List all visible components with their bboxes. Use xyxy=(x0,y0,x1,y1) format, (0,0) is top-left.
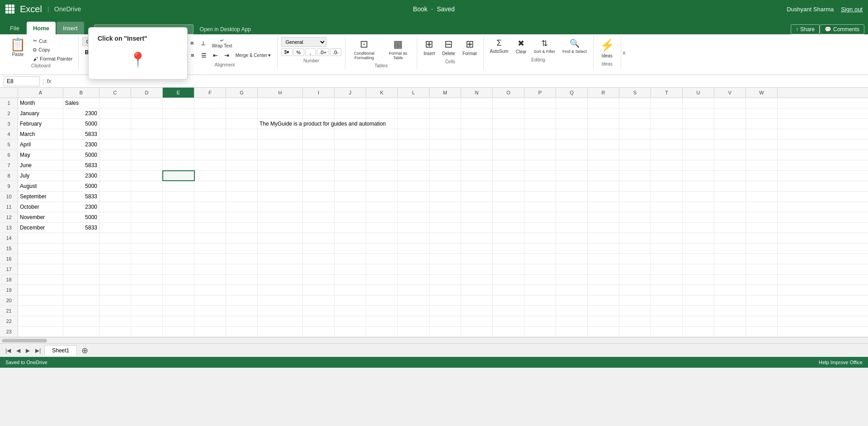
clear-button[interactable]: ✖ Clear xyxy=(513,37,529,56)
cell[interactable] xyxy=(163,275,194,285)
cell[interactable] xyxy=(651,192,683,201)
cell[interactable] xyxy=(258,181,303,191)
col-header-m[interactable]: M xyxy=(429,88,461,98)
cell[interactable] xyxy=(163,129,194,139)
cell[interactable] xyxy=(683,202,714,212)
cell[interactable]: 5833 xyxy=(63,192,99,201)
cell[interactable] xyxy=(461,212,493,222)
cell[interactable] xyxy=(746,243,778,253)
cell[interactable] xyxy=(556,108,588,118)
cell[interactable] xyxy=(194,306,226,316)
cell[interactable] xyxy=(524,327,556,337)
cell[interactable] xyxy=(493,119,524,129)
cell[interactable] xyxy=(194,140,226,150)
cell[interactable]: 5000 xyxy=(63,181,99,191)
cell[interactable] xyxy=(714,275,746,285)
ideas-button[interactable]: ⚡ Ideas xyxy=(597,37,617,60)
cell[interactable] xyxy=(714,212,746,222)
row-number[interactable]: 4 xyxy=(0,129,18,139)
cell[interactable] xyxy=(714,264,746,274)
cell[interactable] xyxy=(524,275,556,285)
cell[interactable] xyxy=(461,150,493,160)
cell[interactable] xyxy=(226,171,258,181)
cell[interactable] xyxy=(366,243,398,253)
cell[interactable] xyxy=(619,129,651,139)
cell[interactable] xyxy=(194,202,226,212)
cell[interactable] xyxy=(461,98,493,108)
cell[interactable] xyxy=(588,243,619,253)
cell[interactable] xyxy=(398,243,429,253)
cell[interactable] xyxy=(335,140,366,150)
cell[interactable] xyxy=(461,264,493,274)
cell[interactable] xyxy=(258,306,303,316)
cell[interactable] xyxy=(619,285,651,295)
cell[interactable] xyxy=(683,285,714,295)
cell[interactable] xyxy=(461,223,493,233)
name-box[interactable] xyxy=(4,76,40,86)
cell[interactable] xyxy=(683,181,714,191)
cell[interactable] xyxy=(303,98,335,108)
cell[interactable] xyxy=(366,181,398,191)
cell[interactable] xyxy=(429,160,461,170)
cell[interactable] xyxy=(131,264,163,274)
cell[interactable] xyxy=(493,181,524,191)
cell[interactable] xyxy=(619,98,651,108)
cell[interactable] xyxy=(163,264,194,274)
cell[interactable] xyxy=(651,243,683,253)
cell[interactable] xyxy=(63,275,99,285)
cell[interactable] xyxy=(335,171,366,181)
cell[interactable] xyxy=(588,295,619,305)
cell[interactable] xyxy=(524,160,556,170)
cell[interactable] xyxy=(493,150,524,160)
cell[interactable] xyxy=(18,275,63,285)
cell[interactable] xyxy=(194,192,226,201)
cell[interactable] xyxy=(619,295,651,305)
row-number[interactable]: 7 xyxy=(0,160,18,170)
cell[interactable] xyxy=(366,212,398,222)
align-right-button[interactable]: ☰ xyxy=(198,51,209,60)
cell[interactable] xyxy=(461,316,493,326)
cell[interactable] xyxy=(588,119,619,129)
cell[interactable]: July xyxy=(18,171,63,181)
cell[interactable] xyxy=(131,119,163,129)
col-header-o[interactable]: O xyxy=(493,88,524,98)
cell[interactable] xyxy=(461,129,493,139)
cell[interactable] xyxy=(303,192,335,201)
col-header-w[interactable]: W xyxy=(746,88,778,98)
cell[interactable] xyxy=(99,160,131,170)
sheet-tab-sheet1[interactable]: Sheet1 xyxy=(44,345,77,356)
cell[interactable] xyxy=(366,129,398,139)
cell[interactable]: 5000 xyxy=(63,150,99,160)
cell[interactable] xyxy=(131,306,163,316)
comments-button[interactable]: 💬 Comments xyxy=(820,24,864,34)
cell[interactable] xyxy=(226,140,258,150)
cell[interactable] xyxy=(131,98,163,108)
cell[interactable] xyxy=(493,254,524,264)
cell[interactable] xyxy=(131,160,163,170)
cell[interactable] xyxy=(131,285,163,295)
cell[interactable] xyxy=(63,233,99,243)
cell[interactable] xyxy=(461,233,493,243)
format-as-table-button[interactable]: ▦ Format as Table xyxy=(383,37,413,61)
cell[interactable] xyxy=(131,192,163,201)
cell[interactable] xyxy=(429,202,461,212)
row-number[interactable]: 23 xyxy=(0,327,18,337)
cell[interactable] xyxy=(619,264,651,274)
cell[interactable]: 2300 xyxy=(63,202,99,212)
cell[interactable] xyxy=(99,108,131,118)
cell[interactable] xyxy=(493,243,524,253)
cell[interactable] xyxy=(303,285,335,295)
cell[interactable] xyxy=(714,316,746,326)
cell[interactable] xyxy=(163,150,194,160)
cell[interactable] xyxy=(746,181,778,191)
cell[interactable] xyxy=(226,192,258,201)
cell[interactable] xyxy=(398,150,429,160)
tab-file[interactable]: File xyxy=(4,22,26,34)
cell[interactable] xyxy=(366,306,398,316)
cell[interactable] xyxy=(556,202,588,212)
cell[interactable] xyxy=(335,275,366,285)
cell[interactable] xyxy=(524,192,556,201)
cell[interactable] xyxy=(63,264,99,274)
cell[interactable] xyxy=(524,285,556,295)
cell[interactable] xyxy=(366,108,398,118)
